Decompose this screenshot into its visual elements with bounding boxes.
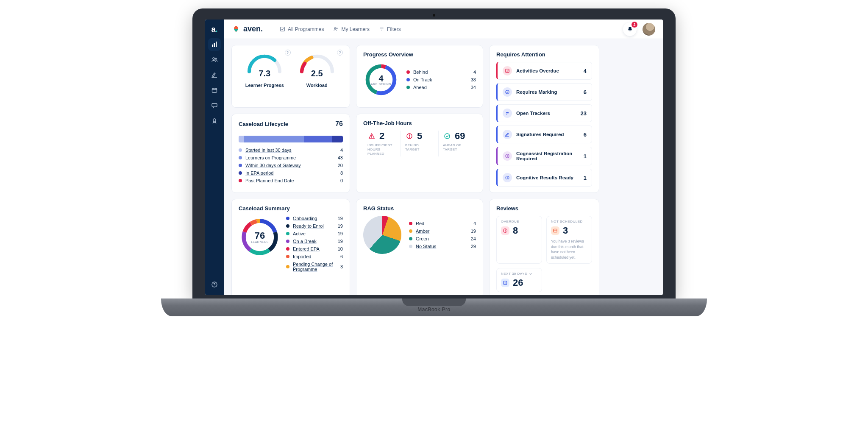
calendar-icon (551, 226, 559, 235)
reviews-note: You have 3 reviews due this month that h… (551, 239, 587, 260)
svg-rect-1 (214, 43, 215, 47)
gauge-workload: ? 2.5 Workload (291, 51, 343, 88)
legend-label[interactable]: Started in last 30 days (245, 148, 337, 153)
legend-label[interactable]: Learners on Programme (245, 155, 334, 160)
legend-row[interactable]: Past Planned End Date0 (239, 178, 343, 183)
legend-value: 4 (473, 70, 476, 75)
attention-item[interactable]: Activities Overdue4 (496, 62, 592, 80)
app-logo-icon[interactable]: a. (208, 23, 221, 36)
legend-label[interactable]: On Track (413, 77, 467, 82)
help-icon[interactable]: ? (285, 50, 291, 56)
svg-point-23 (445, 134, 450, 139)
attention-item[interactable]: Cognassist Registration Required1 (496, 147, 592, 165)
legend-value: 19 (338, 216, 343, 221)
brand-logo[interactable]: aven. (231, 25, 263, 34)
attention-item[interactable]: Signatures Required6 (496, 126, 592, 143)
legend-row[interactable]: On a Break19 (286, 239, 343, 244)
reviews-overdue-value: 8 (513, 225, 518, 236)
legend-label[interactable]: Green (416, 236, 467, 241)
legend-row[interactable]: Learners on Programme43 (239, 155, 343, 160)
alert-circle-icon (405, 132, 414, 140)
brand-name: aven. (243, 25, 263, 33)
attention-label: Cognassist Registration Required (516, 151, 579, 161)
attention-count: 1 (584, 175, 587, 181)
notifications-bell-icon[interactable]: 2 (623, 22, 637, 36)
nav-messages-icon[interactable] (208, 99, 221, 112)
user-avatar[interactable] (643, 23, 655, 36)
legend-swatch (409, 237, 412, 240)
legend-row[interactable]: Entered EPA10 (286, 246, 343, 251)
svg-point-10 (335, 28, 336, 29)
top-link-all-programmes[interactable]: All Programmes (280, 26, 324, 32)
top-link-filters[interactable]: Filters (379, 26, 401, 32)
nav-learners-icon[interactable] (208, 53, 221, 66)
reviews-next-30[interactable]: NEXT 30 DAYS 26 (496, 268, 542, 292)
chevron-down-icon[interactable] (529, 272, 532, 276)
legend-label[interactable]: Pending Change of Programme (293, 262, 337, 272)
attention-item[interactable]: Requires Marking6 (496, 83, 592, 101)
otj-cell[interactable]: 5BEHIND TARGET (401, 131, 438, 156)
legend-label[interactable]: Imported (293, 254, 337, 259)
otj-cell[interactable]: 2INSUFFICIENT HOURS PLANNED (363, 131, 401, 156)
otj-value: 2 (379, 131, 384, 142)
nav-help-icon[interactable] (208, 278, 221, 291)
legend-row[interactable]: Onboarding19 (286, 216, 343, 221)
reviews-not-scheduled[interactable]: NOT SCHEDULED 3 You have 3 reviews due t… (546, 216, 592, 264)
otj-cell[interactable]: 69AHEAD OF TARGET (438, 131, 476, 156)
nav-dashboard-icon[interactable] (208, 38, 221, 51)
top-link-my-learners[interactable]: My Learners (333, 26, 370, 32)
legend-value: 4 (473, 221, 476, 226)
legend-value: 19 (338, 231, 343, 236)
legend-label[interactable]: On a Break (293, 239, 334, 244)
attention-item[interactable]: Cognitive Results Ready1 (496, 169, 592, 187)
legend-row[interactable]: Within 30 days of Gateway20 (239, 163, 343, 168)
card-off-the-job: Off-The-Job Hours 2INSUFFICIENT HOURS PL… (356, 114, 483, 193)
attention-label: Activities Overdue (516, 68, 579, 73)
legend-label[interactable]: Within 30 days of Gateway (245, 163, 334, 168)
lifecycle-segment (244, 136, 304, 142)
legend-label[interactable]: Past Planned End Date (245, 178, 337, 183)
legend-value: 43 (338, 155, 343, 160)
card-rag-status: RAG Status Red4Amber19Green24No Status29 (356, 199, 483, 295)
reviews-overdue[interactable]: OVERDUE 8 (496, 216, 542, 264)
legend-label[interactable]: Entered EPA (293, 246, 334, 251)
legend-label[interactable]: Ready to Enrol (293, 223, 334, 229)
legend-row[interactable]: On Track38 (406, 77, 476, 82)
legend-label: Red (416, 221, 470, 226)
nav-signatures-icon[interactable] (208, 69, 221, 81)
legend-value: 0 (340, 178, 343, 183)
card-reviews: Reviews OVERDUE 8 (489, 199, 599, 295)
card-requires-attention: Requires Attention Activities Overdue4Re… (489, 45, 599, 193)
legend-label[interactable]: Amber (416, 229, 467, 234)
nav-awards-icon[interactable] (208, 114, 221, 127)
legend-label[interactable]: No Status (416, 244, 467, 249)
check-circle-icon (503, 87, 512, 97)
legend-label[interactable]: In EPA period (245, 170, 337, 176)
nav-calendar-icon[interactable] (208, 84, 221, 97)
legend-row[interactable]: Imported6 (286, 254, 343, 259)
attention-label: Requires Marking (516, 89, 579, 95)
legend-label[interactable]: Active (293, 231, 334, 236)
legend-row[interactable]: Pending Change of Programme3 (286, 262, 343, 272)
otj-caption: BEHIND TARGET (405, 143, 434, 152)
legend-row[interactable]: Active19 (286, 231, 343, 236)
swap-icon (503, 109, 512, 118)
legend-row[interactable]: Started in last 30 days4 (239, 148, 343, 153)
legend-swatch (406, 86, 410, 89)
legend-swatch (286, 224, 289, 228)
legend-row[interactable]: In EPA period8 (239, 170, 343, 176)
donut-center-value: 4 (378, 74, 383, 83)
legend-label[interactable]: Onboarding (293, 216, 334, 221)
help-icon[interactable]: ? (337, 50, 343, 56)
legend-row[interactable]: No Status29 (409, 244, 476, 249)
note-icon (501, 279, 509, 287)
attention-item[interactable]: Open Trackers23 (496, 104, 592, 122)
svg-rect-24 (506, 69, 509, 73)
caseload-summary-donut: 76 LEARNERS (239, 216, 281, 258)
gauge-value: 2.5 (311, 69, 323, 78)
legend-row[interactable]: Ready to Enrol19 (286, 223, 343, 229)
legend-row[interactable]: Green24 (409, 236, 476, 241)
topbar: aven. All Programmes My Learners Filters (224, 20, 663, 39)
attention-count: 4 (584, 68, 587, 74)
legend-row[interactable]: Amber19 (409, 229, 476, 234)
